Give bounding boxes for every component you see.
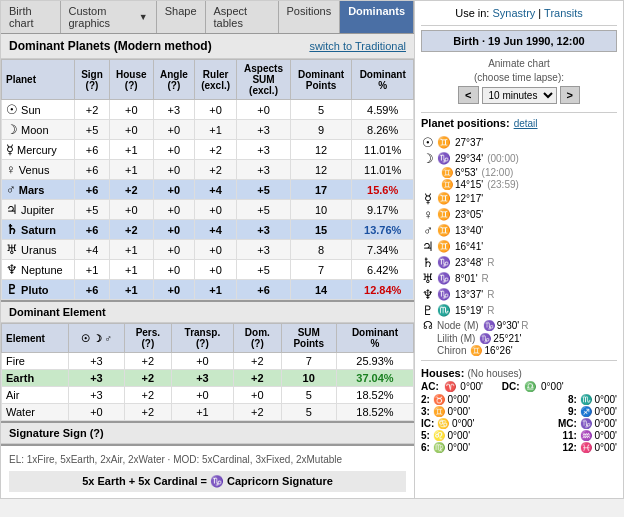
element-pct: 37.04% xyxy=(336,370,413,387)
planet-aspects-cell: +3 xyxy=(237,140,291,160)
planet-aspects-cell: +5 xyxy=(237,200,291,220)
houses-note: (No houses) xyxy=(467,368,521,379)
house-left: 5: ♌ 0°00' xyxy=(421,430,470,441)
element-points: 5 xyxy=(281,387,336,404)
planet-position-row: ♆ ♑ 13°37' R xyxy=(421,287,617,302)
col-house: House(?) xyxy=(109,60,153,100)
planet-symbol: ☿ xyxy=(421,191,435,206)
tab-shape[interactable]: Shape xyxy=(157,1,206,33)
element-points: 10 xyxy=(281,370,336,387)
planet-ruler-cell: +0 xyxy=(194,200,236,220)
planet-pct-cell: 13.76% xyxy=(352,220,414,240)
switch-to-traditional-link[interactable]: switch to Traditional xyxy=(309,40,406,52)
planet-sign-cell: +6 xyxy=(75,140,109,160)
tab-positions[interactable]: Positions xyxy=(279,1,341,33)
dominant-element-table: Element ☉ ☽ ♂ Pers.(?) Transp.(?) Dom.(?… xyxy=(1,323,414,421)
house-pair-row: IC: ♋ 0°00' MC: ♑ 0°00' xyxy=(421,418,617,429)
planet-sign-cell: +2 xyxy=(75,100,109,120)
planet-position-row: ☽ ♑ 29°34' (00:00) xyxy=(421,151,617,166)
retro-r: R xyxy=(487,257,494,268)
houses-header: Houses: (No houses) xyxy=(421,367,617,379)
planet-aspects-cell: +5 xyxy=(237,260,291,280)
planet-name-cell: ♃ Jupiter xyxy=(2,200,75,220)
planet-ruler-cell: +0 xyxy=(194,100,236,120)
col-element: Element xyxy=(2,324,69,353)
planet-degree: 23°48' xyxy=(455,257,483,268)
planet-symbol: ♃ xyxy=(421,239,435,254)
planet-angle-cell: +0 xyxy=(153,160,194,180)
planet-points-cell: 7 xyxy=(290,260,352,280)
tab-birth-chart[interactable]: Birth chart xyxy=(1,1,61,33)
synastry-link[interactable]: Synastry xyxy=(493,7,536,19)
animate-sublabel: (choose time lapse): xyxy=(421,72,617,83)
planet-pct-cell: 15.6% xyxy=(352,180,414,200)
element-col4: +2 xyxy=(234,404,282,421)
col-pers: Pers.(?) xyxy=(124,324,171,353)
planet-pct-cell: 4.59% xyxy=(352,100,414,120)
planet-symbol: ☉ xyxy=(421,135,435,150)
moon-sign: ♊ xyxy=(441,167,453,178)
special-sign: ♑ xyxy=(483,320,495,331)
planet-ruler-cell: +4 xyxy=(194,220,236,240)
planet-aspects-cell: +6 xyxy=(237,280,291,300)
dominant-element-header: Dominant Element xyxy=(1,300,414,323)
animate-next-button[interactable]: > xyxy=(560,86,580,104)
special-deg: 25°21' xyxy=(493,333,521,344)
planet-ruler-cell: +4 xyxy=(194,180,236,200)
element-col1: +3 xyxy=(68,353,124,370)
planet-pct-cell: 7.34% xyxy=(352,240,414,260)
planet-position-row: ♅ ♑ 8°01' R xyxy=(421,271,617,286)
house-left: IC: ♋ 0°00' xyxy=(421,418,475,429)
retro-r: R xyxy=(487,305,494,316)
planet-name-cell: ♄ Saturn xyxy=(2,220,75,240)
animate-prev-button[interactable]: < xyxy=(458,86,478,104)
signature-result: 5x Earth + 5x Cardinal = ♑ Capricorn Sig… xyxy=(9,471,406,492)
special-sign: ♑ xyxy=(479,333,491,344)
ac-sign: ♈ xyxy=(444,381,456,392)
planet-ruler-cell: +1 xyxy=(194,280,236,300)
planet-aspects-cell: +0 xyxy=(237,100,291,120)
planet-pct-cell: 11.01% xyxy=(352,140,414,160)
moon-sign: ♊ xyxy=(441,179,453,190)
planet-position-row: ☊ Node (M) ♑ 9°30' R xyxy=(421,319,617,332)
house-left: 3: ♊ 0°00' xyxy=(421,406,470,417)
planet-degree: 23°05' xyxy=(455,209,483,220)
retro-r: R xyxy=(487,289,494,300)
ac-label: AC: xyxy=(421,381,439,392)
planet-positions-list: ☉ ♊ 27°37' ☽ ♑ 29°34' (00:00) ♊ 6°53' (1… xyxy=(421,135,617,356)
planet-position-row: ♇ ♏ 15°19' R xyxy=(421,303,617,318)
col-planet: Planet xyxy=(2,60,75,100)
planet-ruler-cell: +1 xyxy=(194,120,236,140)
dropdown-arrow-icon[interactable]: ▼ xyxy=(139,12,148,22)
element-col3: +0 xyxy=(171,353,233,370)
col-elem-sym: ☉ ☽ ♂ xyxy=(68,324,124,353)
right-panel: Use in: Synastry | Transits Birth · 19 J… xyxy=(415,0,624,499)
house-right: 12: ♓ 0°00' xyxy=(562,442,617,453)
planet-house-cell: +2 xyxy=(109,180,153,200)
tab-custom-graphics[interactable]: Custom graphics ▼ xyxy=(61,1,157,33)
planet-points-cell: 9 xyxy=(290,120,352,140)
dc-deg: 0°00' xyxy=(541,381,564,392)
planet-positions-detail-link[interactable]: detail xyxy=(514,118,538,129)
planet-degree: 12°17' xyxy=(455,193,483,204)
element-points: 7 xyxy=(281,353,336,370)
planet-positions-label: Planet positions: xyxy=(421,117,510,129)
planet-sign-cell: +4 xyxy=(75,240,109,260)
time-lapse-select[interactable]: 10 minutes xyxy=(482,87,557,104)
planet-symbol: ♇ xyxy=(421,303,435,318)
element-col4: +0 xyxy=(234,387,282,404)
element-pct: 25.93% xyxy=(336,353,413,370)
tab-dominants[interactable]: Dominants xyxy=(340,1,414,33)
transits-link[interactable]: Transits xyxy=(544,7,583,19)
house-right: 8: ♏ 0°00' xyxy=(568,394,617,405)
planet-sign-cell: +5 xyxy=(75,200,109,220)
planet-house-cell: +0 xyxy=(109,200,153,220)
element-col2: +2 xyxy=(124,387,171,404)
element-name-cell: Fire xyxy=(2,353,69,370)
tab-aspect-tables[interactable]: Aspect tables xyxy=(206,1,279,33)
element-col4: +2 xyxy=(234,370,282,387)
special-deg: 9°30' xyxy=(497,320,520,331)
dominant-planets-header: Dominant Planets (Modern method) switch … xyxy=(1,34,414,59)
planet-position-row: ♀ ♊ 23°05' xyxy=(421,207,617,222)
retro-indicator: R xyxy=(521,320,528,331)
